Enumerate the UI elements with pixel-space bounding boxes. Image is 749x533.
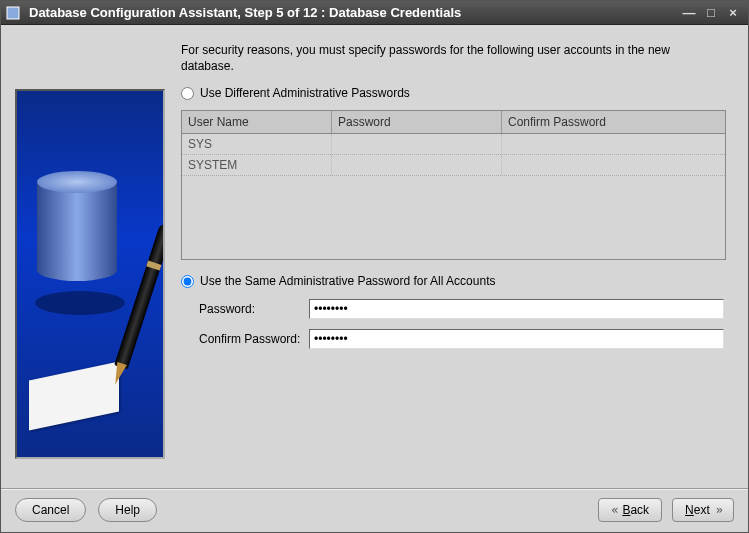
cell-username: SYSTEM [182,155,332,175]
titlebar[interactable]: Database Configuration Assistant, Step 5… [1,1,748,25]
maximize-icon[interactable]: □ [704,5,718,20]
table-row: SYSTEM [182,155,725,176]
cell-password[interactable] [332,155,502,175]
cell-confirm[interactable] [502,155,725,175]
wizard-body: For security reasons, you must specify p… [1,25,748,488]
table-row: SYS [182,134,725,155]
confirm-password-input[interactable] [309,329,724,349]
chevron-left-icon: « [611,503,616,517]
table-header: User Name Password Confirm Password [182,111,725,134]
next-button[interactable]: Next » [672,498,734,522]
window-title: Database Configuration Assistant, Step 5… [29,5,682,20]
confirm-password-row: Confirm Password: [199,329,734,349]
svg-rect-0 [7,7,19,19]
minimize-icon[interactable]: — [682,5,696,20]
radio-different[interactable] [181,87,194,100]
close-icon[interactable]: × [726,5,740,20]
col-password: Password [332,111,502,133]
password-input[interactable] [309,299,724,319]
cell-confirm[interactable] [502,134,725,154]
confirm-password-label: Confirm Password: [199,332,309,346]
credentials-table: User Name Password Confirm Password SYS … [181,110,726,260]
cell-password[interactable] [332,134,502,154]
cell-username: SYS [182,134,332,154]
password-row: Password: [199,299,734,319]
option-different-passwords[interactable]: Use Different Administrative Passwords [181,86,734,100]
intro-text: For security reasons, you must specify p… [181,43,734,74]
radio-same-label: Use the Same Administrative Password for… [200,274,495,288]
password-label: Password: [199,302,309,316]
option-same-password[interactable]: Use the Same Administrative Password for… [181,274,734,288]
wizard-graphic [15,89,165,459]
cancel-button[interactable]: Cancel [15,498,86,522]
wizard-footer: Cancel Help « Back Next » [1,488,748,532]
wizard-content: For security reasons, you must specify p… [181,43,734,480]
dbca-window: Database Configuration Assistant, Step 5… [0,0,749,533]
help-button[interactable]: Help [98,498,157,522]
back-button[interactable]: « Back [598,498,662,522]
col-username: User Name [182,111,332,133]
radio-different-label: Use Different Administrative Passwords [200,86,410,100]
app-icon [5,5,21,21]
radio-same[interactable] [181,275,194,288]
chevron-right-icon: » [716,503,721,517]
col-confirm: Confirm Password [502,111,725,133]
